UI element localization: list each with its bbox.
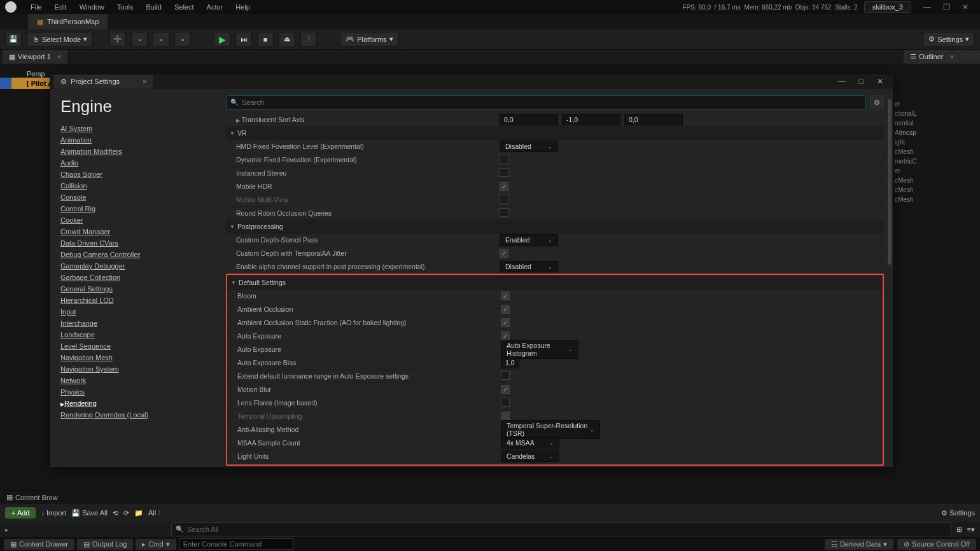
sidebar-item-physics[interactable]: Physics xyxy=(60,386,207,398)
sidebar-item-rendering-overrides[interactable]: Rendering Overrides (Local) xyxy=(60,409,207,421)
sidebar-item-rendering[interactable]: Rendering xyxy=(60,398,207,409)
sidebar-item-control-rig[interactable]: Control Rig xyxy=(60,203,207,214)
content-drawer-button[interactable]: ▦ Content Drawer xyxy=(4,539,74,550)
sidebar-item-crowd-manager[interactable]: Crowd Manager xyxy=(60,226,207,237)
search-settings-button[interactable]: ⚙ xyxy=(870,95,884,109)
modal-minimize[interactable]: — xyxy=(833,77,851,86)
sidebar-item-collision[interactable]: Collision xyxy=(60,180,207,192)
minimize-button[interactable]: — xyxy=(918,3,937,11)
outliner-item[interactable]: er xyxy=(891,166,980,176)
outliner-item[interactable]: cMesh xyxy=(891,195,980,204)
source-control-button[interactable]: ⊘ Source Control Off xyxy=(897,539,976,550)
translucent-x-input[interactable]: 0,0 xyxy=(500,114,558,125)
sidebar-item-data-driven-cvars[interactable]: Data Driven CVars xyxy=(60,237,207,249)
project-settings-tab[interactable]: ⚙Project Settings× xyxy=(54,75,153,88)
sidebar-item-animation[interactable]: Animation xyxy=(60,134,207,146)
history-back-button[interactable]: ⟲ xyxy=(113,509,118,517)
outliner-item[interactable]: ctionalL xyxy=(891,109,980,118)
close-icon[interactable]: × xyxy=(57,53,61,60)
auto-exposure-dropdown[interactable]: Auto Exposure Histogram⌄ xyxy=(501,340,578,359)
auto-exposure-checkbox[interactable] xyxy=(501,331,510,340)
play-button[interactable]: ▶ xyxy=(214,32,230,47)
derived-data-button[interactable]: ☷ Derived Data ▾ xyxy=(825,539,893,550)
sidebar-item-garbage-collection[interactable]: Garbage Collection xyxy=(60,272,207,283)
settings-dropdown[interactable]: ⚙Settings▾ xyxy=(923,32,975,46)
menu-file[interactable]: File xyxy=(24,1,48,13)
outliner-item[interactable]: nential xyxy=(891,118,980,128)
menu-edit[interactable]: Edit xyxy=(48,1,73,13)
content-browser-tab[interactable]: ▦Content Brow xyxy=(0,491,64,503)
outliner-item[interactable]: Atmosp xyxy=(891,128,980,137)
round-robin-checkbox[interactable] xyxy=(500,208,508,217)
outliner-tab[interactable]: ☰Outliner× xyxy=(904,50,980,64)
close-button[interactable]: ✕ xyxy=(956,3,975,11)
auto-exposure-bias-input[interactable]: 1,0 xyxy=(501,357,519,368)
outliner-item[interactable]: cMesh xyxy=(891,185,980,195)
depth-jitter-checkbox[interactable] xyxy=(500,249,508,258)
user-badge[interactable]: skillbox_3 xyxy=(864,1,911,13)
select-mode-dropdown[interactable]: 🖱Select Mode▾ xyxy=(27,32,93,46)
sidebar-item-landscape[interactable]: Landscape xyxy=(60,329,207,340)
depth-stencil-dropdown[interactable]: Enabled⌄ xyxy=(500,234,558,246)
translucent-y-input[interactable]: -1,0 xyxy=(562,114,620,125)
sidebar-item-cooker[interactable]: Cooker xyxy=(60,214,207,226)
menu-build[interactable]: Build xyxy=(140,1,168,13)
add-button[interactable]: + Add xyxy=(5,507,36,519)
menu-help[interactable]: Help xyxy=(229,1,256,13)
platforms-dropdown[interactable]: 🎮Platforms▾ xyxy=(340,32,398,46)
perspective-label[interactable]: Persp xyxy=(27,70,45,78)
marketplace-button[interactable]: ▫ xyxy=(131,32,148,47)
filter-icon[interactable]: ⊞ xyxy=(956,526,962,534)
outliner-item[interactable]: ight xyxy=(891,137,980,147)
menu-actor[interactable]: Actor xyxy=(200,1,230,13)
extend-luminance-checkbox[interactable] xyxy=(501,371,510,380)
sidebar-item-general-settings[interactable]: General Settings xyxy=(60,283,207,295)
stop-button[interactable]: ■ xyxy=(257,32,274,47)
translucent-z-input[interactable]: 0,0 xyxy=(624,114,683,125)
maximize-button[interactable]: ❐ xyxy=(937,3,956,11)
menu-tools[interactable]: Tools xyxy=(111,1,140,13)
light-units-dropdown[interactable]: Candelas⌄ xyxy=(501,450,559,462)
sidebar-item-console[interactable]: Console xyxy=(60,192,207,203)
console-input[interactable] xyxy=(179,538,293,550)
sidebar-item-hierarchical-lod[interactable]: Hierarchical LOD xyxy=(60,295,207,306)
sidebar-item-chaos-solver[interactable]: Chaos Solver xyxy=(60,169,207,180)
filter-dropdown[interactable]: ≡▾ xyxy=(967,526,975,534)
breadcrumb-all[interactable]: All 〉 xyxy=(148,509,164,517)
ao-static-checkbox[interactable] xyxy=(501,318,510,327)
sidebar-item-input[interactable]: Input xyxy=(60,306,207,317)
aa-method-dropdown[interactable]: Temporal Super-Resolution (TSR)⌄ xyxy=(501,420,600,439)
outliner-item[interactable]: cMesh xyxy=(891,147,980,157)
menu-select[interactable]: Select xyxy=(168,1,200,13)
mobile-hdr-checkbox[interactable] xyxy=(500,182,508,191)
cmd-dropdown[interactable]: ▸ Cmd ▾ xyxy=(136,539,176,550)
ao-checkbox[interactable] xyxy=(501,305,510,314)
save-button[interactable]: 💾 xyxy=(5,32,22,47)
sidebar-item-gameplay-debugger[interactable]: Gameplay Debugger xyxy=(60,260,207,272)
sidebar-item-audio[interactable]: Audio xyxy=(60,157,207,169)
modal-maximize[interactable]: □ xyxy=(852,77,870,86)
dynamic-foveation-checkbox[interactable] xyxy=(500,155,508,164)
motion-blur-checkbox[interactable] xyxy=(501,385,510,394)
alpha-channel-dropdown[interactable]: Disabled⌄ xyxy=(500,261,558,272)
close-icon[interactable]: × xyxy=(950,53,954,60)
viewport-tab[interactable]: ▦Viewport 1× xyxy=(3,50,67,64)
sidebar-item-debug-camera[interactable]: Debug Camera Controller xyxy=(60,249,207,260)
outliner-item[interactable]: cMesh xyxy=(891,176,980,185)
instanced-stereo-checkbox[interactable] xyxy=(500,168,508,177)
sidebar-item-level-sequence[interactable]: Level Sequence xyxy=(60,340,207,352)
msaa-dropdown[interactable]: 4x MSAA⌄ xyxy=(501,437,559,449)
cb-settings-button[interactable]: ⚙ Settings xyxy=(941,509,975,517)
sidebar-item-navigation-mesh[interactable]: Navigation Mesh xyxy=(60,352,207,363)
import-button[interactable]: ↓ Import xyxy=(41,509,66,517)
sidebar-item-network[interactable]: Network xyxy=(60,375,207,386)
lens-flares-checkbox[interactable] xyxy=(501,398,510,407)
search-input[interactable]: Search xyxy=(226,95,866,109)
history-fwd-button[interactable]: ⟳ xyxy=(123,509,129,517)
modal-close[interactable]: ✕ xyxy=(871,77,889,86)
sidebar-item-ai-system[interactable]: AI System xyxy=(60,123,207,134)
eject-button[interactable]: ⏏ xyxy=(279,32,295,47)
menu-window[interactable]: Window xyxy=(73,1,111,13)
hmd-foveation-dropdown[interactable]: Disabled⌄ xyxy=(500,141,558,152)
close-icon[interactable]: × xyxy=(143,78,146,85)
